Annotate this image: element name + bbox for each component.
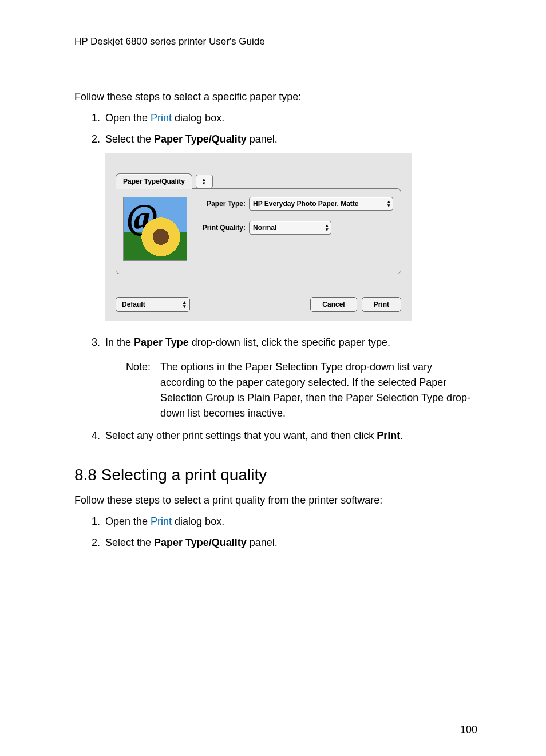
section1-intro: Follow these steps to select a specific …: [74, 89, 477, 105]
print-quality-label: Print Quality:: [195, 223, 246, 233]
cancel-button[interactable]: Cancel: [310, 297, 357, 312]
print-button[interactable]: Print: [362, 297, 401, 312]
step-2: Select the Paper Type/Quality panel. Pap…: [103, 132, 477, 321]
panel-body: @ Paper Type: HP Everyday Photo Paper, M…: [116, 188, 401, 274]
section2-step-2: Select the Paper Type/Quality panel.: [103, 535, 477, 551]
print-preview-thumbnail: @: [123, 197, 187, 261]
step-1: Open the Print dialog box.: [103, 110, 477, 126]
panel-select-dropdown[interactable]: ▴▾: [196, 175, 213, 188]
updown-icon: ▴▾: [326, 224, 329, 232]
panel-tab-paper-type-quality[interactable]: Paper Type/Quality: [116, 173, 192, 189]
updown-icon: ▴▾: [387, 200, 390, 208]
default-preset-dropdown[interactable]: Default ▴▾: [116, 297, 190, 312]
section2-intro: Follow these steps to select a print qua…: [74, 493, 477, 508]
updown-icon: ▴▾: [203, 177, 205, 185]
updown-icon: ▴▾: [183, 300, 186, 308]
step-4: Select any other print settings that you…: [103, 428, 477, 444]
document-header: HP Deskjet 6800 series printer User's Gu…: [74, 34, 477, 49]
page-number: 100: [74, 722, 477, 738]
note-text: The options in the Paper Selection Type …: [160, 359, 477, 421]
section-heading-8-8: 8.8 Selecting a print quality: [74, 463, 477, 487]
section2-step-1: Open the Print dialog box.: [103, 514, 477, 529]
print-link[interactable]: Print: [151, 516, 172, 527]
print-dialog-screenshot: Paper Type/Quality ▴▾ @ Paper Type: HP E…: [105, 153, 412, 321]
sunflower-graphic: [141, 217, 181, 257]
step-3: In the Paper Type drop-down list, click …: [103, 335, 477, 421]
paper-type-label: Paper Type:: [195, 199, 246, 209]
paper-type-dropdown[interactable]: HP Everyday Photo Paper, Matte ▴▾: [249, 197, 393, 211]
print-quality-dropdown[interactable]: Normal ▴▾: [249, 221, 331, 235]
print-link[interactable]: Print: [151, 112, 172, 124]
note-label: Note:: [126, 359, 160, 421]
